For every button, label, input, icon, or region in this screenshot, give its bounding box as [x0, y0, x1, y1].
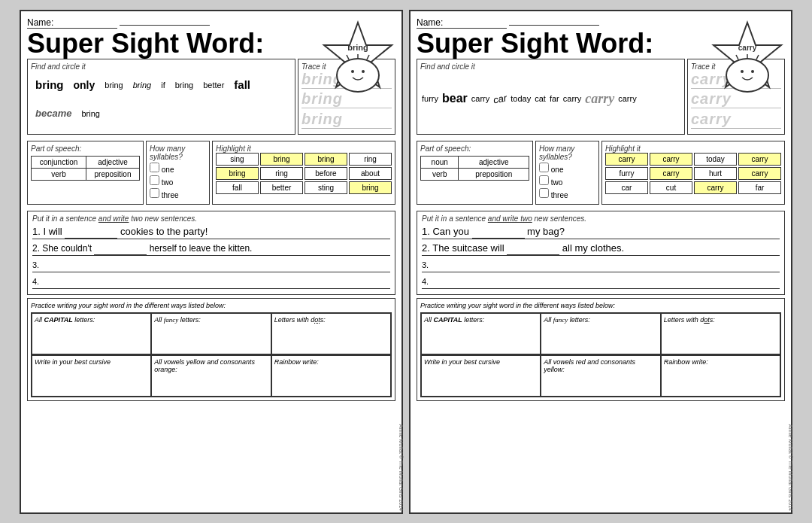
practice-rainbow: Rainbow write: — [271, 355, 391, 397]
pos-table-2: noun adjective verb preposition — [420, 156, 529, 181]
word-bring-bold: bring — [35, 78, 64, 91]
w2-today: today — [511, 94, 531, 103]
practice-cursive: Write in your best cursive — [32, 355, 151, 397]
find-circle-label: Find and circle it — [31, 62, 292, 71]
practice2-cursive: Write in your best cursive — [421, 355, 541, 397]
syllables-section: How many syllables? one two three — [146, 141, 210, 205]
sentence2-1: 1. Can you my bag? — [422, 225, 780, 239]
star-character: bring — [320, 19, 395, 94]
find-circle-section-2: Find and circle it furry bear carry car … — [417, 59, 685, 135]
syllables-section-2: How many syllables? one two three — [535, 141, 599, 205]
w2-car: car — [492, 92, 508, 105]
pos-conjunction: conjunction — [32, 156, 86, 168]
word-bring-4: bring — [81, 109, 99, 118]
practice-dots: Letters with dots: — [271, 313, 391, 354]
worksheet-carry: Name: Super Sight Word: carry — [409, 10, 792, 514]
sentence-3: 3. — [32, 258, 390, 272]
copyright-2: Annie Moffat © The Moffat Girls 2014 — [788, 424, 793, 510]
practice2-dots-label: Letters with dots: — [664, 316, 777, 324]
syllable-three[interactable]: three — [150, 188, 206, 199]
highlight-label: Highlight it — [216, 144, 392, 153]
writing-practice: Practice writing your sight word in the … — [27, 298, 395, 401]
word-became: became — [35, 108, 71, 119]
pos2-adjective: adjective — [459, 156, 529, 168]
practice-vowels-label: All vowels yellow and consonants orange: — [154, 358, 268, 373]
sentence2-3: 3. — [422, 258, 780, 272]
page-title: Super Sight Word: — [27, 30, 264, 57]
syllable2-three[interactable]: three — [539, 188, 595, 199]
practice-fancy: All fancy letters: — [151, 313, 271, 354]
w2-carry1: carry — [471, 94, 489, 103]
word-only: only — [74, 79, 95, 91]
sentence-2: 2. She couldn't herself to leave the kit… — [32, 242, 390, 256]
practice-fancy-label: All fancy letters: — [154, 316, 268, 324]
name-underline-2 — [509, 25, 599, 26]
find-circle-section: Find and circle it bring only bring brin… — [27, 59, 295, 135]
sentences-section: Put it in a sentence and write two new s… — [27, 211, 395, 295]
svg-point-12 — [751, 70, 754, 73]
syllable2-two[interactable]: two — [539, 175, 595, 187]
hw-9: fall — [216, 181, 259, 194]
practice-capitals: All CAPITAL letters: — [32, 313, 151, 354]
syllable-two[interactable]: two — [150, 175, 206, 187]
w2-carry-big: carry — [585, 91, 614, 107]
hw2-4: carry — [738, 153, 781, 166]
svg-point-2 — [337, 59, 379, 92]
find-circle-label-2: Find and circle it — [420, 62, 681, 71]
syllable-one[interactable]: one — [150, 163, 206, 174]
find-words-area-2: furry bear carry car today cat far carry… — [420, 71, 681, 127]
hw2-1: carry — [605, 153, 648, 166]
pos2-preposition: preposition — [459, 168, 529, 180]
syllables-label-2: How many syllables? — [539, 144, 595, 161]
hw-2: bring — [260, 153, 303, 166]
find-words-area: bring only bring bring if bring better f… — [31, 71, 292, 127]
practice-cursive-label: Write in your best cursive — [35, 358, 148, 366]
hw-7: before — [304, 167, 347, 180]
trace-3: bring — [301, 111, 392, 129]
name-label: Name: — [27, 17, 117, 29]
svg-point-11 — [741, 70, 744, 73]
practice-label-2: Practice writing your sight word in the … — [420, 302, 781, 309]
hw-4: ring — [349, 153, 392, 166]
header-row: Super Sight Word: bring — [27, 30, 395, 59]
syllables-label: How many syllables? — [150, 144, 206, 161]
highlight-section-2: Highlight it carry carry today carry fur… — [601, 141, 785, 205]
w2-furry: furry — [422, 94, 438, 103]
pos-label-2: Part of speech: — [420, 144, 529, 153]
practice-vowels: All vowels yellow and consonants orange: — [151, 355, 271, 397]
header-row-2: Super Sight Word: carry — [417, 30, 785, 59]
word-fall: fall — [234, 78, 250, 91]
practice2-rainbow-label: Rainbow write: — [664, 358, 777, 366]
sentence2-2: 2. The suitcase will all my clothes. — [422, 242, 780, 256]
word-better: better — [203, 81, 224, 90]
practice2-capitals: All CAPITAL letters: — [421, 313, 541, 354]
syllable2-one[interactable]: one — [539, 163, 595, 174]
svg-point-4 — [362, 70, 365, 73]
pos-table: conjunction adjective verb preposition — [31, 156, 140, 181]
practice-rainbow-label: Rainbow write: — [274, 358, 388, 366]
pos-preposition: preposition — [86, 168, 140, 180]
practice-label: Practice writing your sight word in the … — [31, 302, 392, 309]
sentence-4: 4. — [32, 275, 390, 289]
hw-5: bring — [216, 167, 259, 180]
hw2-11: carry — [694, 181, 737, 194]
w2-carry3: carry — [618, 94, 636, 103]
hw-8: about — [349, 167, 392, 180]
hw2-3: today — [694, 153, 737, 166]
hw-10: better — [260, 181, 303, 194]
practice-dots-label: Letters with dots: — [274, 316, 388, 324]
copyright-1: Annie Moffat © The Moffat Girls 2014 — [398, 424, 404, 510]
pos-verb: verb — [32, 168, 86, 180]
title-word-group-2: Super Sight Word: — [417, 30, 653, 59]
practice-capitals-label: All CAPITAL letters: — [35, 316, 148, 324]
hw2-6: carry — [650, 167, 692, 180]
hw-12: bring — [349, 181, 392, 194]
pages-container: Name: Super Sight Word: bring — [20, 10, 792, 514]
name-label-2: Name: — [417, 17, 507, 29]
highlight-grid: sing bring bring ring bring ring before … — [216, 153, 392, 194]
hw2-9: car — [605, 181, 648, 194]
highlight-label-2: Highlight it — [605, 144, 781, 153]
hw-11: sting — [304, 181, 347, 194]
trace-2-3: carry — [691, 111, 781, 129]
svg-point-10 — [726, 59, 768, 92]
